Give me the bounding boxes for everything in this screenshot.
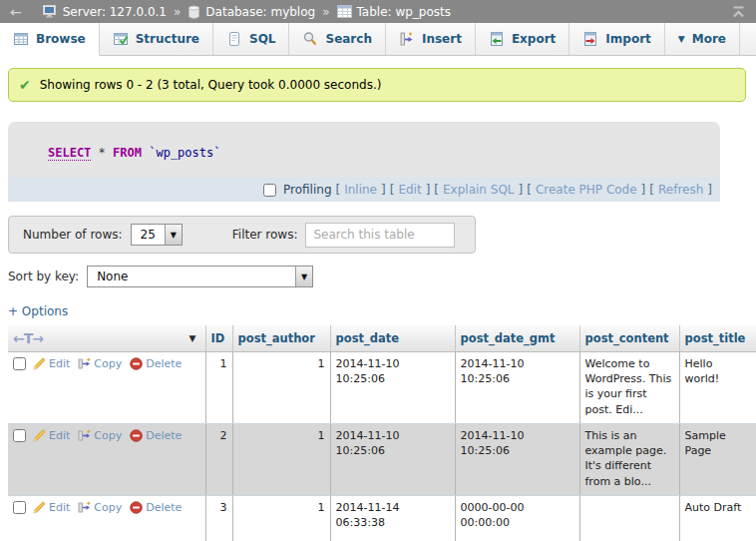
row-checkbox[interactable]	[13, 429, 26, 442]
bracket: ]	[426, 183, 431, 197]
tab-search[interactable]: Search	[289, 23, 385, 55]
explain-sql-link[interactable]: Explain SQL	[443, 183, 515, 197]
cell-post-date[interactable]: 2014-11-10 10:25:06	[330, 423, 455, 495]
chevron-down-icon: ▼	[678, 34, 685, 44]
status-message: ✔ Showing rows 0 - 2 (3 total, Query too…	[8, 68, 746, 102]
number-of-rows-label: Number of rows:	[23, 228, 123, 242]
column-header-id[interactable]: ID	[205, 325, 232, 351]
insert-row-icon	[399, 31, 415, 47]
tab-sql[interactable]: SQL	[213, 23, 290, 55]
tab-import[interactable]: Import	[569, 23, 664, 55]
delete-link[interactable]: Delete	[130, 428, 182, 443]
filter-rows-label: Filter rows:	[232, 228, 298, 242]
tab-more[interactable]: ▼ More	[665, 23, 740, 55]
cell-post-title[interactable]: Auto Draft	[679, 495, 756, 541]
row-actions-cell: Edit Copy Delete	[8, 495, 205, 541]
profiling-label: Profiling	[283, 183, 332, 197]
profiling-checkbox[interactable]	[263, 184, 276, 197]
sort-by-key-select[interactable]: None ▼	[87, 266, 313, 287]
copy-link[interactable]: Copy	[78, 500, 122, 515]
cell-id[interactable]: 2	[205, 423, 232, 495]
copy-link[interactable]: Copy	[78, 356, 122, 371]
cell-id[interactable]: 3	[205, 495, 232, 541]
breadcrumb-bar: ← Server: 127.0.0.1 » Database: myblog »…	[0, 0, 756, 23]
cell-id[interactable]: 1	[205, 351, 232, 423]
create-php-code-link[interactable]: Create PHP Code	[536, 183, 637, 197]
cell-post-title[interactable]: Hello world!	[679, 351, 756, 423]
tab-label: Search	[325, 32, 371, 46]
export-icon	[489, 31, 505, 47]
cell-post-content[interactable]	[579, 495, 679, 541]
with-selected-arrow-icon[interactable]: ▼	[189, 333, 200, 343]
options-toggle[interactable]: + Options	[8, 304, 68, 318]
sql-table-name: `wp_posts`	[149, 146, 220, 160]
bracket: ]	[641, 183, 646, 197]
status-message-text: Showing rows 0 - 2 (3 total, Query took …	[40, 78, 382, 92]
back-arrow-icon[interactable]: ←	[10, 5, 22, 19]
row-checkbox[interactable]	[13, 501, 26, 514]
cell-post-date-gmt[interactable]: 0000-00-00 00:00:00	[455, 495, 579, 541]
bracket: [	[336, 183, 341, 197]
pencil-icon	[33, 501, 46, 514]
cell-post-author[interactable]: 1	[232, 495, 330, 541]
query-toolbar: Profiling [ Inline ] [ Edit ] [ Explain …	[8, 178, 720, 202]
actions-header: ←T→ ▼	[8, 325, 205, 351]
cell-post-author[interactable]: 1	[232, 351, 330, 423]
bracket: [	[390, 183, 395, 197]
column-header-post-author[interactable]: post_author	[232, 325, 330, 351]
select-arrow-icon: ▼	[165, 225, 182, 245]
sql-keyword-from: FROM	[113, 146, 142, 160]
delete-link[interactable]: Delete	[130, 500, 182, 515]
import-icon	[582, 31, 598, 47]
cell-post-content[interactable]: Welcome to WordPress. This is your first…	[579, 351, 679, 423]
column-nav-icon[interactable]: ←T→	[13, 330, 43, 346]
breadcrumb-database[interactable]: Database: myblog	[205, 5, 315, 19]
tab-structure[interactable]: Structure	[100, 23, 213, 55]
edit-link[interactable]: Edit	[33, 500, 70, 515]
column-header-post-content[interactable]: post_content	[579, 325, 679, 351]
filter-input[interactable]	[305, 223, 455, 248]
collapse-panel-icon[interactable]	[731, 5, 746, 19]
column-header-post-title[interactable]: post_title	[679, 325, 756, 351]
copy-row-icon	[78, 429, 91, 442]
cell-post-date[interactable]: 2014-11-14 06:33:38	[330, 495, 455, 541]
delete-label: Delete	[146, 500, 182, 515]
breadcrumb-server[interactable]: Server: 127.0.0.1	[63, 5, 167, 19]
row-actions-cell: Edit Copy Delete	[8, 351, 205, 423]
number-of-rows-select[interactable]: 25 ▼	[131, 224, 183, 246]
cell-post-date[interactable]: 2014-11-10 10:25:06	[330, 351, 455, 423]
pencil-icon	[33, 429, 46, 442]
copy-row-icon	[78, 357, 91, 370]
column-header-post-date-gmt[interactable]: post_date_gmt	[455, 325, 579, 351]
tab-export[interactable]: Export	[476, 23, 569, 55]
edit-link[interactable]: Edit	[33, 428, 70, 443]
cell-post-date-gmt[interactable]: 2014-11-10 10:25:06	[455, 351, 579, 423]
cell-post-content[interactable]: This is an example page. It's different …	[579, 423, 679, 495]
cell-post-title[interactable]: Sample Page	[679, 423, 756, 495]
sql-query-text[interactable]: SELECT * FROM `wp_posts`	[8, 122, 720, 178]
cell-post-author[interactable]: 1	[232, 423, 330, 495]
refresh-link[interactable]: Refresh	[658, 183, 703, 197]
breadcrumb-table[interactable]: Table: wp_posts	[357, 5, 452, 19]
cell-post-date-gmt[interactable]: 2014-11-10 10:25:06	[455, 423, 579, 495]
sql-star: *	[99, 146, 106, 160]
select-arrow-icon: ▼	[295, 267, 312, 286]
tab-label: Insert	[422, 32, 462, 46]
row-checkbox[interactable]	[13, 357, 26, 370]
tab-browse[interactable]: Browse	[0, 23, 100, 56]
edit-link[interactable]: Edit	[33, 356, 70, 371]
row-actions-cell: Edit Copy Delete	[8, 423, 205, 495]
pencil-icon	[33, 357, 46, 370]
delete-link[interactable]: Delete	[130, 356, 182, 371]
column-header-post-date[interactable]: post_date	[330, 325, 455, 351]
browse-table-icon	[13, 31, 29, 47]
sql-query-box: SELECT * FROM `wp_posts` Profiling [ Inl…	[8, 122, 720, 202]
tab-label: Browse	[36, 32, 86, 46]
results-table: ←T→ ▼ ID post_author post_date post_date…	[8, 325, 756, 541]
edit-query-link[interactable]: Edit	[398, 183, 421, 197]
table-header-row: ←T→ ▼ ID post_author post_date post_date…	[8, 325, 756, 351]
tab-insert[interactable]: Insert	[386, 23, 476, 55]
copy-link[interactable]: Copy	[78, 428, 122, 443]
inline-link[interactable]: Inline	[344, 183, 377, 197]
sort-by-key-label: Sort by key:	[8, 270, 79, 283]
